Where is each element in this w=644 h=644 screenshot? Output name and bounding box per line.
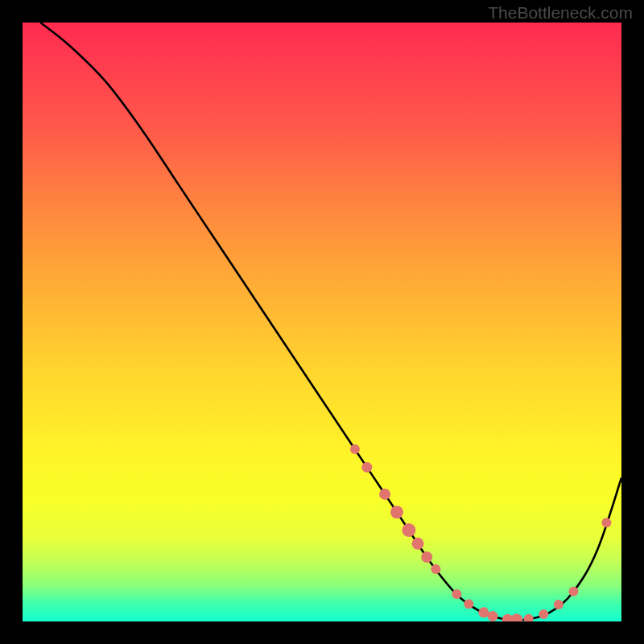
- data-marker: [524, 614, 534, 621]
- data-marker: [350, 444, 360, 454]
- data-marker: [361, 462, 372, 473]
- data-marker: [601, 518, 611, 527]
- markers-group: [350, 444, 611, 621]
- data-marker: [421, 551, 432, 563]
- data-marker: [379, 489, 390, 500]
- curve-line: [40, 23, 621, 621]
- watermark-text: TheBottleneck.com: [488, 3, 633, 23]
- data-marker: [452, 589, 461, 599]
- data-marker: [510, 613, 522, 621]
- data-marker: [488, 611, 498, 621]
- data-marker: [464, 599, 473, 609]
- data-marker: [568, 587, 578, 597]
- data-marker: [402, 523, 415, 537]
- data-marker: [478, 607, 489, 617]
- data-marker: [539, 609, 548, 619]
- data-marker: [412, 538, 424, 550]
- chart-svg: [23, 23, 621, 621]
- data-marker: [390, 506, 403, 518]
- data-marker: [431, 564, 440, 574]
- chart-plot-area: [23, 23, 621, 621]
- data-marker: [554, 600, 564, 609]
